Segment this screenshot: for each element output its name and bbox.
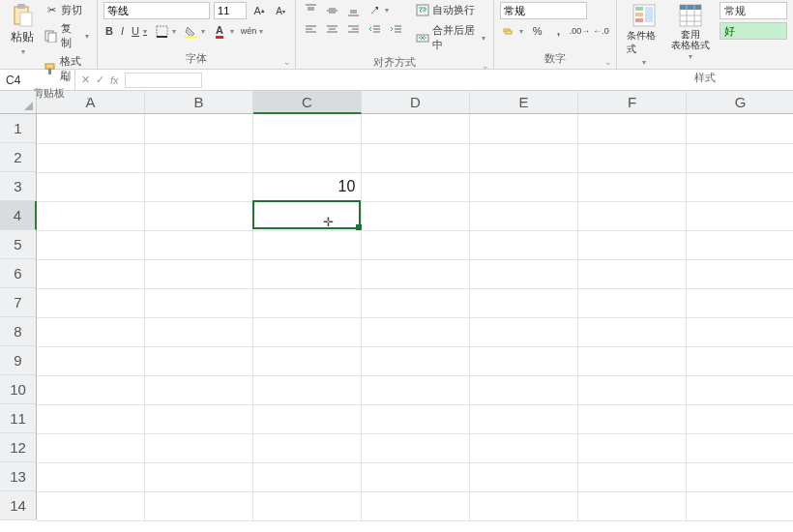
cell[interactable] bbox=[687, 288, 793, 317]
percent-button[interactable]: % bbox=[529, 23, 546, 39]
cell[interactable] bbox=[470, 230, 578, 259]
column-header[interactable]: G bbox=[687, 91, 793, 114]
cell[interactable] bbox=[578, 404, 687, 433]
cell[interactable] bbox=[470, 201, 578, 230]
font-size-selector[interactable] bbox=[214, 2, 247, 19]
border-button[interactable]: ▾ bbox=[153, 23, 178, 39]
cell[interactable] bbox=[37, 230, 145, 259]
cell[interactable] bbox=[145, 201, 253, 230]
decrease-indent-button[interactable] bbox=[366, 21, 383, 37]
cell[interactable] bbox=[470, 143, 578, 172]
currency-button[interactable]: ▾ bbox=[500, 23, 525, 39]
cell[interactable] bbox=[37, 143, 145, 172]
cell[interactable] bbox=[253, 375, 362, 404]
cell[interactable] bbox=[145, 172, 253, 201]
cell[interactable] bbox=[362, 230, 470, 259]
cell[interactable] bbox=[145, 288, 253, 317]
paste-button[interactable]: 粘贴 ▾ bbox=[6, 2, 39, 58]
cell[interactable] bbox=[37, 288, 145, 317]
name-box-dropdown-icon[interactable]: ▾ bbox=[65, 75, 69, 84]
cell[interactable] bbox=[470, 288, 578, 317]
cell[interactable] bbox=[145, 433, 253, 462]
cell[interactable] bbox=[470, 433, 578, 462]
fx-icon[interactable]: fx bbox=[110, 74, 119, 86]
comma-button[interactable]: , bbox=[550, 23, 568, 39]
row-header[interactable]: 7 bbox=[0, 288, 37, 317]
align-right-button[interactable] bbox=[344, 21, 362, 37]
cell[interactable]: 10 bbox=[253, 172, 362, 201]
cell[interactable] bbox=[37, 172, 145, 201]
cell[interactable] bbox=[253, 346, 362, 375]
align-top-button[interactable] bbox=[302, 2, 319, 17]
column-header[interactable]: F bbox=[578, 91, 687, 114]
cell[interactable] bbox=[37, 346, 145, 375]
cell[interactable] bbox=[578, 317, 687, 346]
cell[interactable] bbox=[253, 201, 362, 230]
cell[interactable] bbox=[687, 201, 793, 230]
cell[interactable] bbox=[362, 143, 470, 172]
select-all-corner[interactable] bbox=[0, 91, 37, 114]
cell[interactable] bbox=[362, 172, 470, 201]
cell[interactable] bbox=[362, 114, 470, 143]
cell[interactable] bbox=[578, 346, 687, 375]
cell[interactable] bbox=[687, 375, 793, 404]
cell[interactable] bbox=[470, 114, 578, 143]
format-as-table-button[interactable]: 套用 表格格式 ▾ bbox=[669, 2, 712, 63]
row-header[interactable]: 10 bbox=[0, 375, 37, 404]
cell[interactable] bbox=[37, 462, 145, 491]
cell[interactable] bbox=[470, 404, 578, 433]
cell[interactable] bbox=[470, 346, 578, 375]
cell-style-good[interactable]: 好 bbox=[720, 22, 787, 40]
cell[interactable] bbox=[578, 375, 687, 404]
cell[interactable] bbox=[687, 259, 793, 288]
column-header[interactable]: D bbox=[362, 91, 470, 114]
increase-decimal-button[interactable]: .00→ bbox=[572, 23, 589, 39]
cell[interactable] bbox=[37, 259, 145, 288]
cell[interactable] bbox=[253, 462, 362, 491]
cell[interactable] bbox=[362, 201, 470, 230]
cell[interactable] bbox=[470, 462, 578, 491]
underline-button[interactable]: U▾ bbox=[130, 24, 149, 38]
cell[interactable] bbox=[578, 172, 687, 201]
cell[interactable] bbox=[362, 462, 470, 491]
formula-input[interactable] bbox=[125, 73, 202, 88]
merge-center-button[interactable]: 合并后居中 ▾ bbox=[414, 22, 486, 53]
cell[interactable] bbox=[687, 230, 793, 259]
number-format-selector[interactable] bbox=[500, 2, 587, 19]
decrease-font-button[interactable]: A▾ bbox=[272, 3, 289, 18]
fill-color-button[interactable]: ▾ bbox=[182, 23, 207, 39]
increase-font-button[interactable]: A▴ bbox=[250, 3, 268, 18]
cell[interactable] bbox=[362, 259, 470, 288]
align-left-button[interactable] bbox=[302, 21, 319, 37]
cell[interactable] bbox=[253, 230, 362, 259]
copy-button[interactable]: 复制 ▾ bbox=[43, 20, 91, 51]
cell[interactable] bbox=[578, 114, 687, 143]
cell[interactable] bbox=[470, 375, 578, 404]
cell[interactable] bbox=[145, 491, 253, 520]
align-bottom-button[interactable] bbox=[344, 2, 362, 17]
font-name-selector[interactable] bbox=[103, 2, 210, 19]
decrease-decimal-button[interactable]: ←.0 bbox=[593, 23, 610, 39]
cell[interactable] bbox=[145, 230, 253, 259]
cell[interactable] bbox=[687, 143, 793, 172]
align-middle-button[interactable] bbox=[323, 2, 340, 17]
cell[interactable] bbox=[578, 462, 687, 491]
cell[interactable] bbox=[253, 317, 362, 346]
bold-button[interactable]: B bbox=[103, 24, 115, 38]
cell[interactable] bbox=[687, 491, 793, 520]
formula-confirm-button[interactable]: ✓ bbox=[96, 74, 104, 86]
cell[interactable] bbox=[578, 491, 687, 520]
cell[interactable] bbox=[687, 172, 793, 201]
cell[interactable] bbox=[253, 114, 362, 143]
phonetic-button[interactable]: wén▾ bbox=[240, 23, 265, 39]
cell[interactable] bbox=[145, 404, 253, 433]
cell[interactable] bbox=[578, 259, 687, 288]
cell[interactable] bbox=[578, 288, 687, 317]
cell[interactable] bbox=[362, 404, 470, 433]
cell[interactable] bbox=[253, 288, 362, 317]
cell[interactable] bbox=[687, 404, 793, 433]
cell[interactable] bbox=[687, 433, 793, 462]
cell[interactable] bbox=[362, 375, 470, 404]
cell[interactable] bbox=[145, 143, 253, 172]
row-header[interactable]: 13 bbox=[0, 462, 37, 491]
